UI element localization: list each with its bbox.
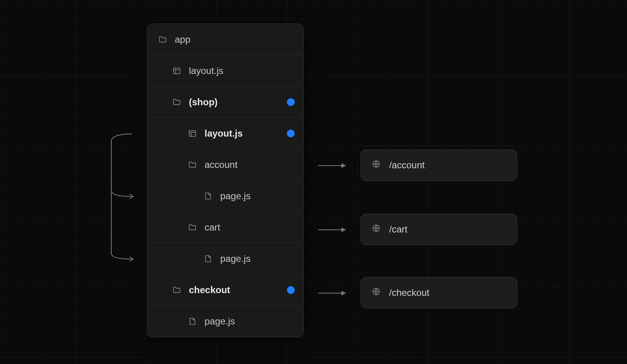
tree-row-cart: cart <box>147 212 303 243</box>
route-url-cart: /cart <box>361 214 517 245</box>
layout-icon <box>172 67 181 75</box>
globe-icon <box>372 287 381 298</box>
tree-label: page.js <box>220 191 303 202</box>
tree-label: (shop) <box>189 97 287 108</box>
globe-icon <box>372 160 381 171</box>
tree-label: page.js <box>205 316 303 327</box>
tree-label: page.js <box>220 253 303 264</box>
route-url-label: /cart <box>389 224 408 235</box>
route-url-label: /checkout <box>389 287 429 298</box>
layout-bracket-connector <box>111 134 134 263</box>
route-url-checkout: /checkout <box>361 277 517 308</box>
folder-icon <box>172 98 181 106</box>
globe-icon <box>372 224 381 235</box>
highlight-dot <box>287 98 295 106</box>
tree-label: app <box>175 34 303 45</box>
folder-icon <box>172 286 181 294</box>
tree-row-shop-group: (shop) <box>147 86 303 118</box>
folder-icon <box>158 35 167 44</box>
file-tree-panel: app layout.js (shop) layout.js account p… <box>147 23 304 337</box>
tree-label: account <box>205 159 303 170</box>
highlight-dot <box>287 130 295 137</box>
file-icon <box>188 317 197 326</box>
tree-row-layout: layout.js <box>147 55 303 86</box>
folder-icon <box>188 223 197 232</box>
tree-label: layout.js <box>205 128 287 139</box>
svg-rect-1 <box>189 130 196 136</box>
route-url-label: /account <box>389 160 425 171</box>
tree-row-account: account <box>147 149 303 180</box>
folder-icon <box>188 160 197 169</box>
highlight-dot <box>287 286 295 294</box>
tree-label: cart <box>205 222 303 233</box>
tree-row-checkout: checkout <box>147 274 303 306</box>
tree-row-checkout-page: page.js <box>147 306 303 337</box>
svg-rect-0 <box>174 68 180 74</box>
tree-label: layout.js <box>189 65 303 76</box>
layout-icon <box>188 129 197 138</box>
arrow-icon <box>318 165 346 166</box>
file-icon <box>204 254 212 263</box>
file-icon <box>204 192 212 200</box>
arrow-icon <box>318 229 346 230</box>
tree-label: checkout <box>189 285 287 296</box>
tree-row-cart-page: page.js <box>147 243 303 274</box>
tree-row-shop-layout: layout.js <box>147 118 303 149</box>
tree-row-account-page: page.js <box>147 180 303 212</box>
route-url-account: /account <box>361 150 517 181</box>
arrow-icon <box>318 293 346 294</box>
diagram-stage: app layout.js (shop) layout.js account p… <box>0 0 627 364</box>
tree-row-app: app <box>147 24 303 55</box>
